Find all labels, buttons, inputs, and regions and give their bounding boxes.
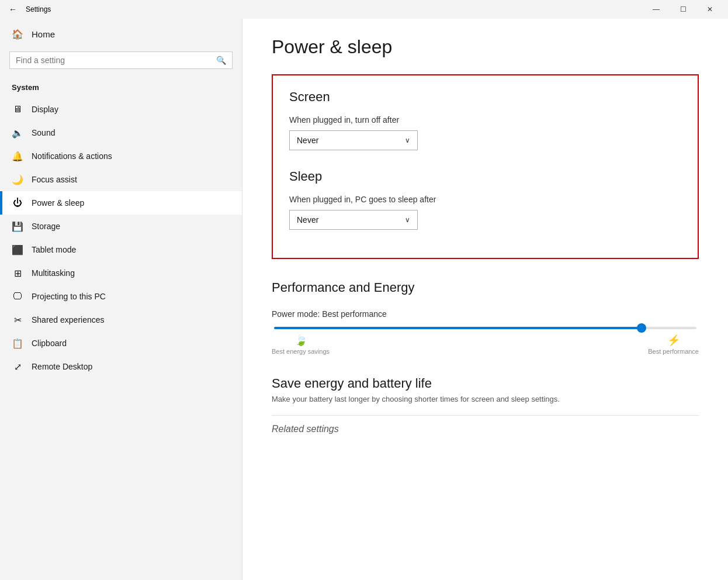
screen-dropdown[interactable]: Never ∨ bbox=[289, 130, 418, 150]
focus-icon: 🌙 bbox=[12, 174, 23, 185]
close-button[interactable]: ✕ bbox=[696, 0, 723, 19]
best-performance-icon: ⚡ bbox=[667, 334, 680, 347]
multitasking-icon: ⊞ bbox=[12, 267, 23, 279]
sidebar-item-multitasking[interactable]: ⊞ Multitasking bbox=[0, 261, 242, 285]
sidebar-item-label: Sound bbox=[32, 128, 55, 137]
sidebar-item-notifications[interactable]: 🔔 Notifications & actions bbox=[0, 144, 242, 168]
sidebar-item-display[interactable]: 🖥 Display bbox=[0, 98, 242, 121]
sidebar-item-label: Power & sleep bbox=[32, 198, 84, 208]
sound-icon: 🔈 bbox=[12, 127, 23, 139]
projecting-icon: 🖵 bbox=[12, 291, 23, 302]
slider-fill bbox=[274, 327, 642, 329]
sleep-dropdown[interactable]: Never ∨ bbox=[289, 210, 418, 230]
performance-heading: Performance and Energy bbox=[272, 280, 699, 295]
back-button[interactable]: ← bbox=[5, 1, 21, 18]
sidebar-item-label: Clipboard bbox=[32, 339, 67, 348]
sidebar-item-label: Storage bbox=[32, 222, 60, 231]
slider-track bbox=[274, 327, 696, 329]
screen-field-label: When plugged in, turn off after bbox=[289, 115, 681, 125]
slider-labels: 🍃 Best energy savings ⚡ Best performance bbox=[272, 334, 699, 355]
sleep-field-label: When plugged in, PC goes to sleep after bbox=[289, 195, 681, 204]
save-energy-description: Make your battery last longer by choosin… bbox=[272, 395, 699, 403]
slider-label-right: ⚡ Best performance bbox=[648, 334, 699, 355]
sidebar-item-remote[interactable]: ⤢ Remote Desktop bbox=[0, 355, 242, 378]
sidebar-item-shared[interactable]: ✂ Shared experiences bbox=[0, 308, 242, 332]
sidebar-section-label: System bbox=[0, 78, 242, 98]
power-mode-label: Power mode: Best performance bbox=[272, 309, 699, 319]
sidebar: 🏠 Home 🔍 System 🖥 Display 🔈 Sound 🔔 Noti… bbox=[0, 19, 242, 580]
save-energy-section: Save energy and battery life Make your b… bbox=[272, 376, 699, 403]
slider-label-left: 🍃 Best energy savings bbox=[272, 334, 330, 355]
sidebar-item-label: Tablet mode bbox=[32, 245, 76, 254]
energy-savings-icon: 🍃 bbox=[294, 334, 307, 347]
sidebar-item-power[interactable]: ⏻ Power & sleep bbox=[0, 191, 242, 215]
sidebar-item-projecting[interactable]: 🖵 Projecting to this PC bbox=[0, 285, 242, 308]
sidebar-item-focus[interactable]: 🌙 Focus assist bbox=[0, 168, 242, 191]
screen-subsection: Screen When plugged in, turn off after N… bbox=[289, 89, 681, 150]
maximize-button[interactable]: ☐ bbox=[670, 0, 696, 19]
sleep-dropdown-arrow: ∨ bbox=[405, 216, 410, 224]
sidebar-item-label: Display bbox=[32, 105, 58, 114]
remote-icon: ⤢ bbox=[12, 361, 23, 372]
minimize-button[interactable]: — bbox=[643, 0, 670, 19]
page-title: Power & sleep bbox=[272, 36, 699, 58]
screen-heading: Screen bbox=[289, 89, 681, 105]
app-title: Settings bbox=[26, 5, 643, 13]
sidebar-item-sound[interactable]: 🔈 Sound bbox=[0, 121, 242, 144]
slider-thumb[interactable] bbox=[637, 323, 646, 333]
screen-sleep-box: Screen When plugged in, turn off after N… bbox=[272, 74, 699, 259]
energy-savings-label: Best energy savings bbox=[272, 348, 330, 355]
performance-section: Performance and Energy Power mode: Best … bbox=[272, 280, 699, 355]
sidebar-item-storage[interactable]: 💾 Storage bbox=[0, 215, 242, 238]
tablet-icon: ⬛ bbox=[12, 244, 23, 256]
app-window: 🏠 Home 🔍 System 🖥 Display 🔈 Sound 🔔 Noti… bbox=[0, 19, 728, 580]
power-slider-container[interactable] bbox=[272, 327, 699, 329]
sidebar-item-label: Projecting to this PC bbox=[32, 292, 106, 301]
search-icon: 🔍 bbox=[216, 56, 226, 65]
sidebar-item-label: Remote Desktop bbox=[32, 362, 92, 371]
content-area: Power & sleep Screen When plugged in, tu… bbox=[242, 19, 728, 580]
home-label: Home bbox=[32, 29, 55, 39]
sidebar-item-clipboard[interactable]: 📋 Clipboard bbox=[0, 332, 242, 355]
sidebar-item-label: Shared experiences bbox=[32, 315, 105, 324]
sidebar-item-label: Focus assist bbox=[32, 175, 77, 184]
best-performance-label: Best performance bbox=[648, 348, 699, 355]
display-icon: 🖥 bbox=[12, 103, 23, 115]
sidebar-item-home[interactable]: 🏠 Home bbox=[0, 21, 242, 47]
sidebar-item-tablet[interactable]: ⬛ Tablet mode bbox=[0, 238, 242, 261]
home-icon: 🏠 bbox=[12, 28, 23, 40]
sleep-heading: Sleep bbox=[289, 169, 681, 184]
window-controls: — ☐ ✕ bbox=[643, 0, 723, 19]
sleep-subsection: Sleep When plugged in, PC goes to sleep … bbox=[289, 169, 681, 230]
sidebar-item-label: Multitasking bbox=[32, 268, 75, 278]
sleep-dropdown-value: Never bbox=[297, 215, 318, 225]
shared-icon: ✂ bbox=[12, 314, 23, 326]
notifications-icon: 🔔 bbox=[12, 150, 23, 162]
titlebar: ← Settings — ☐ ✕ bbox=[0, 0, 728, 19]
screen-dropdown-value: Never bbox=[297, 136, 318, 145]
clipboard-icon: 📋 bbox=[12, 337, 23, 349]
screen-dropdown-arrow: ∨ bbox=[405, 136, 410, 144]
storage-icon: 💾 bbox=[12, 220, 23, 232]
power-icon: ⏻ bbox=[12, 197, 23, 209]
search-input[interactable] bbox=[16, 56, 212, 65]
search-box[interactable]: 🔍 bbox=[9, 51, 233, 69]
save-energy-heading: Save energy and battery life bbox=[272, 376, 699, 391]
related-settings-heading: Related settings bbox=[272, 415, 699, 434]
sidebar-item-label: Notifications & actions bbox=[32, 151, 112, 161]
